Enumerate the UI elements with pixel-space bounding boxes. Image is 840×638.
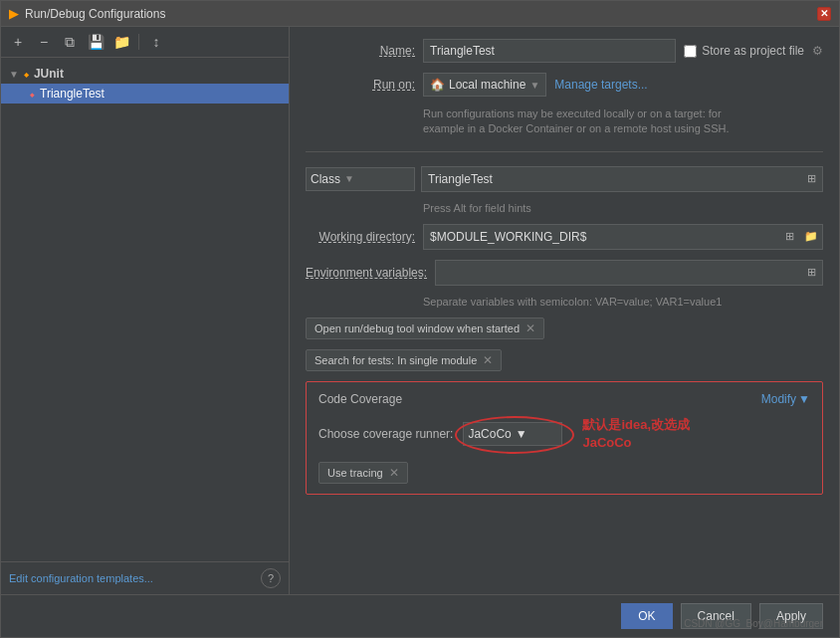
coverage-title: Code Coverage [318,392,402,406]
remove-button[interactable]: − [33,31,55,53]
hint-text: Press Alt for field hints [423,202,823,214]
close-button[interactable]: ✕ [817,7,831,21]
watermark: CSDN @GG_Boy@Hamburger [684,618,823,629]
tag-chip-1[interactable]: Open run/debug tool window when started … [306,318,544,339]
info-text: Run configurations may be executed local… [423,106,823,137]
tree-area: ▼ ⬥ JUnit ⬥ TriangleTest [1,58,289,557]
tag1-close-icon[interactable]: ✕ [525,321,535,335]
working-dir-browse-button[interactable]: 📁 [800,226,822,248]
ok-button[interactable]: OK [621,603,672,629]
edit-templates-link[interactable]: Edit configuration templates... [9,572,153,584]
class-select-label: Class [311,172,340,186]
sort-button[interactable]: ↕ [145,31,167,53]
name-input[interactable] [423,39,676,63]
coverage-use-row: Use tracing ✕ [318,462,810,484]
title-bar-left: ▶ Run/Debug Configurations [9,6,165,21]
tags-row: Open run/debug tool window when started … [306,318,823,339]
name-label: Name: [306,44,415,58]
help-button[interactable]: ? [261,568,281,588]
divider1 [306,151,823,152]
main-window: ▶ Run/Debug Configurations ✕ + − ⧉ 💾 📁 ↕… [0,0,840,638]
tree-arrow-icon: ▼ [9,69,19,80]
tree-item-label: TriangleTest [40,87,105,101]
main-content: + − ⧉ 💾 📁 ↕ ▼ ⬥ JUnit ⬥ Triangle [1,27,839,594]
name-row: Name: Store as project file ⚙ [306,39,823,63]
class-input[interactable] [422,167,800,191]
jacoco-select[interactable]: JaCoCo ▼ [463,422,562,446]
tree-group-header[interactable]: ▼ ⬥ JUnit [1,64,289,84]
test-icon: ⬥ [29,88,36,100]
title-bar: ▶ Run/Debug Configurations ✕ [1,1,839,27]
house-icon: 🏠 [430,78,445,92]
use-tracing-close-icon[interactable]: ✕ [389,466,399,480]
gear-icon: ⚙ [812,44,823,58]
folder-button[interactable]: 📁 [110,31,132,53]
run-on-label: Run on: [306,78,415,92]
toolbar: + − ⧉ 💾 📁 ↕ [1,27,289,58]
class-row: Class ▼ ⊞ [306,166,823,192]
junit-icon: ⬥ [23,67,30,81]
copy-button[interactable]: ⧉ [59,31,81,53]
working-dir-label: Working directory: [306,230,415,244]
class-select-arrow-icon: ▼ [344,173,354,184]
tag1-label: Open run/debug tool window when started [315,322,520,334]
env-vars-input-wrapper: ⊞ [435,260,823,286]
jacoco-select-wrapper: JaCoCo ▼ [463,422,562,446]
tag2-label: Search for tests: In single module [315,354,477,366]
coverage-runner-label: Choose coverage runner: [318,427,453,441]
left-panel: + − ⧉ 💾 📁 ↕ ▼ ⬥ JUnit ⬥ Triangle [1,27,290,594]
store-as-project-checkbox[interactable]: Store as project file [684,44,804,58]
class-browse-button[interactable]: ⊞ [800,168,822,190]
left-footer: Edit configuration templates... ? [1,561,289,594]
env-vars-input[interactable] [436,261,800,285]
store-as-project-label: Store as project file [702,44,804,58]
env-vars-label: Environment variables: [306,266,427,280]
run-on-row: Run on: 🏠 Local machine ▼ Manage targets… [306,73,823,97]
working-dir-input-wrapper: ⊞ 📁 [423,224,823,250]
tree-group-junit: ▼ ⬥ JUnit ⬥ TriangleTest [1,62,289,106]
env-vars-browse-button[interactable]: ⊞ [800,262,822,284]
tags-row-2: Search for tests: In single module ✕ [306,349,823,371]
working-dir-input[interactable] [424,225,778,249]
run-on-select[interactable]: 🏠 Local machine ▼ [423,73,546,97]
jacoco-value: JaCoCo [468,427,511,441]
env-vars-row: Environment variables: ⊞ [306,260,823,286]
jacoco-arrow-icon: ▼ [516,427,527,441]
modify-link[interactable]: Modify ▼ [761,392,810,406]
chinese-annotation: 默认是idea,改选成 JaCoCo [582,416,690,452]
right-panel: Name: Store as project file ⚙ Run on: 🏠 … [290,27,839,594]
tree-item-triangletest[interactable]: ⬥ TriangleTest [1,84,289,104]
tree-group-label: JUnit [34,67,64,81]
window-title: Run/Debug Configurations [25,7,165,21]
manage-targets-link[interactable]: Manage targets... [554,78,647,92]
env-vars-hint: Separate variables with semicolon: VAR=v… [423,296,823,308]
coverage-section: Code Coverage Modify ▼ Choose coverage r… [306,381,823,495]
coverage-runner-row: Choose coverage runner: JaCoCo ▼ 默认是idea… [318,416,810,452]
coverage-header: Code Coverage Modify ▼ [318,392,810,406]
tag2-close-icon[interactable]: ✕ [483,353,493,367]
save-button[interactable]: 💾 [85,31,106,53]
tag-chip-2[interactable]: Search for tests: In single module ✕ [306,349,502,371]
separator [138,34,139,50]
bottom-bar: OK Cancel Apply [1,594,839,637]
use-tracing-chip[interactable]: Use tracing ✕ [318,462,408,484]
local-machine-label: Local machine [449,78,525,92]
working-dir-copy-button[interactable]: ⊞ [778,226,800,248]
class-select[interactable]: Class ▼ [306,167,415,191]
modify-arrow-icon: ▼ [798,392,810,406]
use-tracing-label: Use tracing [327,467,383,479]
add-button[interactable]: + [7,31,29,53]
run-icon: ▶ [9,6,19,21]
store-checkbox-input[interactable] [684,45,697,58]
working-dir-row: Working directory: ⊞ 📁 [306,224,823,250]
class-input-wrapper: ⊞ [421,166,823,192]
run-on-arrow-icon: ▼ [529,80,539,91]
